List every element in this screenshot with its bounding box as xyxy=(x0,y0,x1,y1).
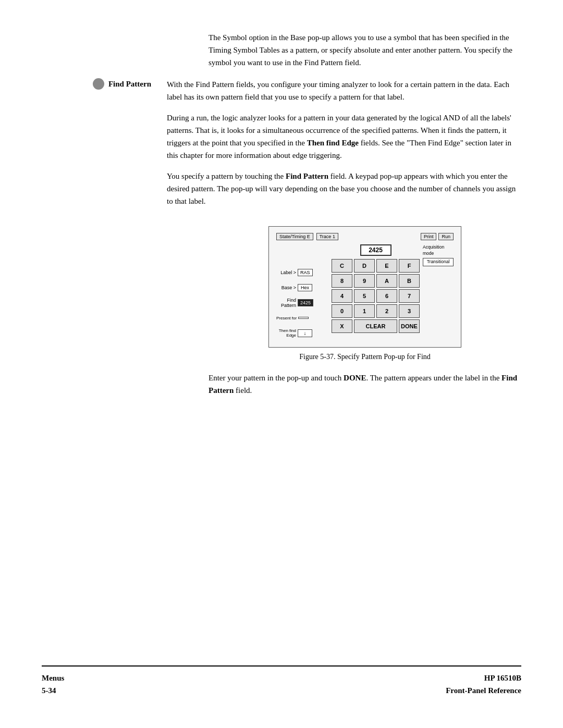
find-pattern-para2: During a run, the logic analyzer looks f… xyxy=(167,112,521,162)
section-label-find-pattern: Find Pattern xyxy=(42,78,167,217)
acquisition-mode-value[interactable]: Transitional xyxy=(423,258,454,266)
key-C[interactable]: C xyxy=(332,259,352,273)
keypad-topbar: State/Timing E Trace 1 Print Run xyxy=(276,233,454,240)
key-7[interactable]: 7 xyxy=(399,289,420,303)
keypad-display: 2425 xyxy=(360,244,391,256)
find-pattern-para1: With the Find Pattern fields, you config… xyxy=(167,78,521,103)
keypad-left-panel: Label > RAS Base > Hex FindPattern 2425 xyxy=(276,244,328,340)
find-pattern-para3: You specify a pattern by touching the Fi… xyxy=(167,170,521,207)
then-find-row-field[interactable]: ↓ xyxy=(298,329,312,337)
keypad-main: Label > RAS Base > Hex FindPattern 2425 xyxy=(276,244,454,340)
footer-right-line1: HP 16510B xyxy=(446,672,521,684)
then-find-row-label: Then findEdge xyxy=(276,328,296,338)
acquisition-mode-label: Acquisition mode xyxy=(423,244,454,257)
footer-bar: Menus 5-34 HP 16510B Front-Panel Referen… xyxy=(42,665,521,697)
key-1[interactable]: 1 xyxy=(354,304,375,318)
after-figure-para: Enter your pattern in the pop-up and tou… xyxy=(209,372,521,397)
keypad-right-panel: Acquisition mode Transitional xyxy=(423,244,454,340)
base-row: Base > Hex xyxy=(276,281,328,294)
key-X[interactable]: X xyxy=(332,319,352,333)
bullet-icon xyxy=(93,78,104,90)
find-pattern-row-label: FindPattern xyxy=(276,298,296,308)
key-5[interactable]: 5 xyxy=(354,289,375,303)
keypad-figure: State/Timing E Trace 1 Print Run Label > xyxy=(268,226,461,348)
key-E[interactable]: E xyxy=(376,259,397,273)
key-CLEAR[interactable]: CLEAR xyxy=(354,319,397,333)
intro-paragraph: The Symbol option in the Base pop-up all… xyxy=(209,31,521,69)
print-button[interactable]: Print xyxy=(421,233,437,240)
key-8[interactable]: 8 xyxy=(332,274,352,288)
key-6[interactable]: 6 xyxy=(376,289,397,303)
footer-left-line1: Menus xyxy=(42,672,64,684)
find-pattern-content: With the Find Pattern fields, you config… xyxy=(167,78,521,217)
run-button[interactable]: Run xyxy=(438,233,454,240)
base-row-label: Base > xyxy=(276,285,296,290)
key-3[interactable]: 3 xyxy=(399,304,420,318)
label-row-label: Label > xyxy=(276,270,296,275)
key-2[interactable]: 2 xyxy=(376,304,397,318)
key-4[interactable]: 4 xyxy=(332,289,352,303)
footer-right-line2: Front-Panel Reference xyxy=(446,684,521,697)
key-B[interactable]: B xyxy=(399,274,420,288)
trace-button[interactable]: Trace 1 xyxy=(316,233,338,240)
intro-text: The Symbol option in the Base pop-up all… xyxy=(209,33,512,67)
find-pattern-row: FindPattern 2425 xyxy=(276,296,328,310)
key-DONE[interactable]: DONE xyxy=(399,319,420,333)
figure-caption: Figure 5-37. Specify Pattern Pop-up for … xyxy=(299,353,431,361)
present-for-row: Present for xyxy=(276,311,328,325)
section-heading: Find Pattern xyxy=(108,80,151,89)
label-row: Label > RAS xyxy=(276,266,328,279)
keypad-center: 2425 C D E F 8 9 A B xyxy=(332,244,420,340)
key-A[interactable]: A xyxy=(376,274,397,288)
footer-left: Menus 5-34 xyxy=(42,672,64,697)
state-timing-button[interactable]: State/Timing E xyxy=(276,233,313,240)
base-row-field[interactable]: Hex xyxy=(298,284,312,291)
keypad-grid: C D E F 8 9 A B 4 5 6 xyxy=(332,259,420,333)
then-find-row: Then findEdge ↓ xyxy=(276,326,328,340)
key-F[interactable]: F xyxy=(399,259,420,273)
footer-right: HP 16510B Front-Panel Reference xyxy=(446,672,521,697)
key-9[interactable]: 9 xyxy=(354,274,375,288)
label-row-field[interactable]: RAS xyxy=(298,269,313,276)
find-pattern-section: Find Pattern With the Find Pattern field… xyxy=(42,78,521,217)
figure-area: State/Timing E Trace 1 Print Run Label > xyxy=(209,226,521,361)
key-D[interactable]: D xyxy=(354,259,375,273)
find-pattern-row-field[interactable]: 2425 xyxy=(298,299,313,306)
footer-left-line2: 5-34 xyxy=(42,684,64,697)
present-for-row-field[interactable] xyxy=(298,317,309,319)
present-for-row-label: Present for xyxy=(276,316,297,320)
key-0[interactable]: 0 xyxy=(332,304,352,318)
